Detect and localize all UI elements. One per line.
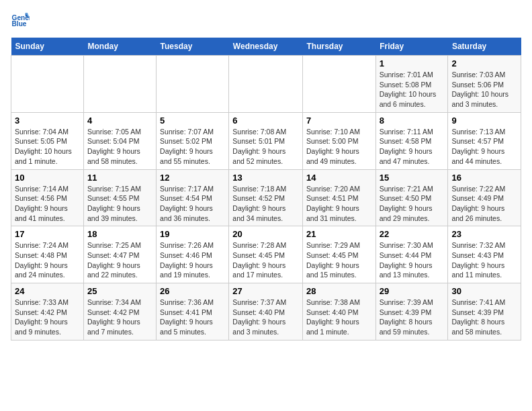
calendar-cell: 2Sunrise: 7:03 AM Sunset: 5:06 PM Daylig… bbox=[448, 56, 521, 113]
calendar-table: SundayMondayTuesdayWednesdayThursdayFrid… bbox=[11, 38, 521, 340]
day-number: 12 bbox=[160, 173, 225, 183]
day-number: 1 bbox=[380, 58, 445, 68]
day-number: 28 bbox=[306, 286, 372, 296]
day-info: Sunrise: 7:07 AM Sunset: 5:02 PM Dayligh… bbox=[160, 127, 225, 167]
day-info: Sunrise: 7:39 AM Sunset: 4:39 PM Dayligh… bbox=[380, 298, 445, 337]
calendar-cell: 27Sunrise: 7:37 AM Sunset: 4:40 PM Dayli… bbox=[229, 283, 303, 340]
day-number: 9 bbox=[451, 116, 517, 126]
day-info: Sunrise: 7:22 AM Sunset: 4:49 PM Dayligh… bbox=[451, 184, 517, 224]
calendar-cell: 30Sunrise: 7:41 AM Sunset: 4:39 PM Dayli… bbox=[448, 283, 521, 340]
calendar-cell: 18Sunrise: 7:25 AM Sunset: 4:47 PM Dayli… bbox=[83, 226, 156, 283]
calendar-cell bbox=[229, 56, 303, 113]
weekday-header-sunday: Sunday bbox=[11, 38, 84, 56]
day-info: Sunrise: 7:24 AM Sunset: 4:48 PM Dayligh… bbox=[15, 240, 80, 280]
day-info: Sunrise: 7:28 AM Sunset: 4:45 PM Dayligh… bbox=[232, 240, 299, 280]
day-info: Sunrise: 7:34 AM Sunset: 4:42 PM Dayligh… bbox=[87, 298, 152, 337]
weekday-header-friday: Friday bbox=[375, 38, 448, 56]
calendar-cell: 13Sunrise: 7:18 AM Sunset: 4:52 PM Dayli… bbox=[229, 169, 303, 226]
day-number: 21 bbox=[306, 229, 372, 239]
day-number: 20 bbox=[232, 229, 299, 239]
weekday-header-saturday: Saturday bbox=[448, 38, 521, 56]
day-number: 16 bbox=[451, 173, 517, 183]
calendar-cell bbox=[11, 56, 84, 113]
day-info: Sunrise: 7:13 AM Sunset: 4:57 PM Dayligh… bbox=[451, 127, 517, 167]
weekday-header-tuesday: Tuesday bbox=[157, 38, 229, 56]
calendar-cell: 25Sunrise: 7:34 AM Sunset: 4:42 PM Dayli… bbox=[83, 283, 156, 340]
calendar-cell: 3Sunrise: 7:04 AM Sunset: 5:05 PM Daylig… bbox=[11, 112, 84, 169]
calendar-cell bbox=[83, 56, 156, 113]
generalblue-icon: General Blue bbox=[11, 11, 30, 30]
calendar-cell: 28Sunrise: 7:38 AM Sunset: 4:40 PM Dayli… bbox=[302, 283, 375, 340]
day-info: Sunrise: 7:30 AM Sunset: 4:44 PM Dayligh… bbox=[380, 240, 445, 280]
weekday-header-wednesday: Wednesday bbox=[229, 38, 303, 56]
day-number: 5 bbox=[160, 116, 225, 126]
day-info: Sunrise: 7:15 AM Sunset: 4:55 PM Dayligh… bbox=[87, 184, 152, 224]
day-info: Sunrise: 7:10 AM Sunset: 5:00 PM Dayligh… bbox=[306, 127, 372, 167]
day-info: Sunrise: 7:21 AM Sunset: 4:50 PM Dayligh… bbox=[380, 184, 445, 224]
weekday-header-monday: Monday bbox=[83, 38, 156, 56]
svg-text:Blue: Blue bbox=[12, 20, 27, 28]
calendar-cell: 20Sunrise: 7:28 AM Sunset: 4:45 PM Dayli… bbox=[229, 226, 303, 283]
calendar-cell: 15Sunrise: 7:21 AM Sunset: 4:50 PM Dayli… bbox=[375, 169, 448, 226]
calendar-cell: 26Sunrise: 7:36 AM Sunset: 4:41 PM Dayli… bbox=[157, 283, 229, 340]
logo: General Blue bbox=[11, 11, 32, 30]
calendar-cell: 12Sunrise: 7:17 AM Sunset: 4:54 PM Dayli… bbox=[157, 169, 229, 226]
calendar-cell bbox=[302, 56, 375, 113]
day-number: 15 bbox=[380, 173, 445, 183]
day-number: 23 bbox=[451, 229, 517, 239]
day-info: Sunrise: 7:33 AM Sunset: 4:42 PM Dayligh… bbox=[15, 298, 80, 337]
day-number: 22 bbox=[380, 229, 445, 239]
day-info: Sunrise: 7:08 AM Sunset: 5:01 PM Dayligh… bbox=[232, 127, 299, 167]
calendar-cell: 22Sunrise: 7:30 AM Sunset: 4:44 PM Dayli… bbox=[375, 226, 448, 283]
calendar-cell bbox=[157, 56, 229, 113]
day-info: Sunrise: 7:32 AM Sunset: 4:43 PM Dayligh… bbox=[451, 240, 517, 280]
day-info: Sunrise: 7:14 AM Sunset: 4:56 PM Dayligh… bbox=[15, 184, 80, 224]
day-number: 19 bbox=[160, 229, 225, 239]
day-number: 13 bbox=[232, 173, 299, 183]
day-number: 7 bbox=[306, 116, 372, 126]
day-number: 24 bbox=[15, 286, 80, 296]
calendar-cell: 6Sunrise: 7:08 AM Sunset: 5:01 PM Daylig… bbox=[229, 112, 303, 169]
calendar-cell: 4Sunrise: 7:05 AM Sunset: 5:04 PM Daylig… bbox=[83, 112, 156, 169]
day-info: Sunrise: 7:29 AM Sunset: 4:45 PM Dayligh… bbox=[306, 240, 372, 280]
day-info: Sunrise: 7:18 AM Sunset: 4:52 PM Dayligh… bbox=[232, 184, 299, 224]
day-info: Sunrise: 7:26 AM Sunset: 4:46 PM Dayligh… bbox=[160, 240, 225, 280]
calendar-cell: 1Sunrise: 7:01 AM Sunset: 5:08 PM Daylig… bbox=[375, 56, 448, 113]
day-info: Sunrise: 7:36 AM Sunset: 4:41 PM Dayligh… bbox=[160, 298, 225, 337]
calendar-cell: 9Sunrise: 7:13 AM Sunset: 4:57 PM Daylig… bbox=[448, 112, 521, 169]
day-number: 29 bbox=[380, 286, 445, 296]
day-info: Sunrise: 7:03 AM Sunset: 5:06 PM Dayligh… bbox=[451, 70, 517, 109]
calendar-cell: 11Sunrise: 7:15 AM Sunset: 4:55 PM Dayli… bbox=[83, 169, 156, 226]
day-info: Sunrise: 7:05 AM Sunset: 5:04 PM Dayligh… bbox=[87, 127, 152, 167]
calendar-cell: 14Sunrise: 7:20 AM Sunset: 4:51 PM Dayli… bbox=[302, 169, 375, 226]
day-info: Sunrise: 7:17 AM Sunset: 4:54 PM Dayligh… bbox=[160, 184, 225, 224]
calendar-cell: 21Sunrise: 7:29 AM Sunset: 4:45 PM Dayli… bbox=[302, 226, 375, 283]
calendar-cell: 10Sunrise: 7:14 AM Sunset: 4:56 PM Dayli… bbox=[11, 169, 84, 226]
day-number: 10 bbox=[15, 173, 80, 183]
day-info: Sunrise: 7:01 AM Sunset: 5:08 PM Dayligh… bbox=[380, 70, 445, 109]
calendar-cell: 8Sunrise: 7:11 AM Sunset: 4:58 PM Daylig… bbox=[375, 112, 448, 169]
calendar-cell: 7Sunrise: 7:10 AM Sunset: 5:00 PM Daylig… bbox=[302, 112, 375, 169]
day-info: Sunrise: 7:41 AM Sunset: 4:39 PM Dayligh… bbox=[451, 298, 517, 337]
day-info: Sunrise: 7:11 AM Sunset: 4:58 PM Dayligh… bbox=[380, 127, 445, 167]
day-info: Sunrise: 7:25 AM Sunset: 4:47 PM Dayligh… bbox=[87, 240, 152, 280]
calendar-cell: 24Sunrise: 7:33 AM Sunset: 4:42 PM Dayli… bbox=[11, 283, 84, 340]
day-info: Sunrise: 7:04 AM Sunset: 5:05 PM Dayligh… bbox=[15, 127, 80, 167]
calendar-cell: 17Sunrise: 7:24 AM Sunset: 4:48 PM Dayli… bbox=[11, 226, 84, 283]
day-number: 14 bbox=[306, 173, 372, 183]
day-number: 11 bbox=[87, 173, 152, 183]
calendar-cell: 16Sunrise: 7:22 AM Sunset: 4:49 PM Dayli… bbox=[448, 169, 521, 226]
weekday-header-thursday: Thursday bbox=[302, 38, 375, 56]
day-number: 3 bbox=[15, 116, 80, 126]
calendar-cell: 19Sunrise: 7:26 AM Sunset: 4:46 PM Dayli… bbox=[157, 226, 229, 283]
day-number: 18 bbox=[87, 229, 152, 239]
day-info: Sunrise: 7:37 AM Sunset: 4:40 PM Dayligh… bbox=[232, 298, 299, 337]
day-info: Sunrise: 7:20 AM Sunset: 4:51 PM Dayligh… bbox=[306, 184, 372, 224]
day-number: 8 bbox=[380, 116, 445, 126]
day-number: 2 bbox=[451, 58, 517, 68]
calendar-cell: 23Sunrise: 7:32 AM Sunset: 4:43 PM Dayli… bbox=[448, 226, 521, 283]
day-number: 27 bbox=[232, 286, 299, 296]
calendar-cell: 5Sunrise: 7:07 AM Sunset: 5:02 PM Daylig… bbox=[157, 112, 229, 169]
day-number: 26 bbox=[160, 286, 225, 296]
day-number: 25 bbox=[87, 286, 152, 296]
